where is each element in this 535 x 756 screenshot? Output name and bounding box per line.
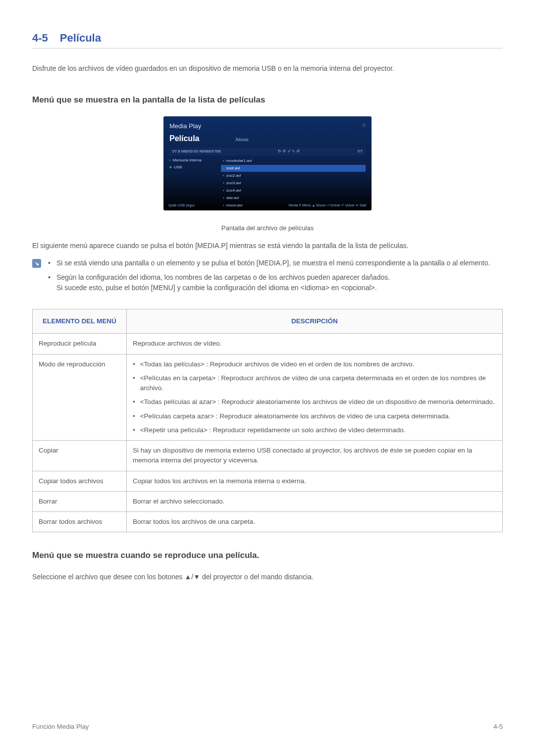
table-header-desc: DESCRIPCIÓN [127,309,503,334]
list-item: •<Películas carpeta azar> : Reproducir a… [133,411,496,421]
section-title: Película [60,30,101,46]
section-number: 4-5 [32,30,48,46]
note-item: •Según la configuración del idioma, los … [48,272,503,293]
table-cell-desc: Copiar todos los archivos en la memoria … [127,471,503,491]
screenshot-file-list: ▪moviestar1.avi ▪zoot.avi ▪zoo2.avi ▪zoo… [221,157,366,209]
bullet-icon: • [133,425,135,435]
table-cell-desc: Si hay un dispositivo de memoria externo… [127,441,503,471]
screenshot-file: ▪zoo3.avi [221,180,366,187]
table-cell-desc: Borrar el archivo seleccionado. [127,491,503,511]
menu-table: ELEMENTO DEL MENÚ DESCRIPCIÓN Reproducir… [32,309,503,532]
file-icon: ▪ [223,173,224,178]
screenshot-info-right: 7/7 [357,149,363,154]
screenshot-footer-left: Quite USB segur. [168,203,195,208]
file-icon: ▪ [223,166,224,170]
screenshot-footer: Quite USB segur. Media P Menú ▲ Mover ⏎ … [168,203,367,208]
screenshot-sidebar: ▪Memoria interna ●USB [169,157,214,209]
bullet-icon: • [133,359,135,369]
table-cell-desc: Borrar todos los archivos de una carpeta… [127,512,503,532]
table-cell-item: Copiar [33,441,127,471]
table-row: Modo de reproducción •<Todas las películ… [33,354,503,441]
table-cell-item: Modo de reproducción [33,354,127,441]
bullet-icon: • [133,373,135,394]
table-header-item: ELEMENTO DEL MENÚ [33,309,127,334]
screenshot-title-row: Película /Movie [169,133,366,145]
footer-right: 4-5 [493,722,503,732]
heading-play-menu: Menú que se muestra cuando se reproduce … [32,549,503,562]
usb-small-icon: ● [169,165,172,169]
note-icon: ↘ [32,259,41,268]
table-header-row: ELEMENTO DEL MENÚ DESCRIPCIÓN [33,309,503,334]
screenshot-file: ▪zoo4.avi [221,187,366,194]
screenshot-media-play: Media Play ⎍ Película /Movie 57.8 MB/00:… [163,116,372,210]
screenshot-footer-right: Media P Menú ▲ Mover ⏎ Entrar ↶ Volver ✕… [289,203,367,208]
table-cell-desc: •<Todas las películas> : Reproducir arch… [127,354,503,441]
list-item: •<Todas las películas> : Reproducir arch… [133,359,496,369]
table-cell-item: Copiar todos archivos [33,471,127,491]
file-icon: ▪ [223,196,224,200]
note-list: •Si se está viendo una pantalla o un ele… [48,258,503,297]
screenshot-source-usb: ●USB [169,164,214,170]
screenshot-file: ▪star.avi [221,195,366,202]
table-row: Borrar todos archivos Borrar todos los a… [33,512,503,532]
usb-icon: ⎍ [363,121,366,131]
paragraph-mediap: El siguiente menú aparece cuando se puls… [32,241,503,251]
sd-icon: ▪ [169,158,171,162]
bullet-icon: • [133,411,135,421]
table-row: Copiar todos archivos Copiar todos los a… [33,471,503,491]
screenshot-app-title: Media Play [169,121,201,131]
screenshot-file-selected: ▪zoot.avi [221,165,366,172]
screenshot-caption: Pantalla del archivo de películas [32,223,503,233]
table-cell-desc: Reproduce archivos de vídeo. [127,334,503,354]
screenshot-source-internal: ▪Memoria interna [169,157,214,163]
table-cell-item: Reproducir película [33,334,127,354]
note-item: •Si se está viendo una pantalla o un ele… [48,258,503,268]
screenshot-category: Película [169,134,199,143]
heading-list-menu: Menú que se muestra en la pantalla de la… [32,94,503,106]
list-item: •<Películas en la carpeta> : Reproducir … [133,373,496,394]
paragraph-select-file: Seleccione el archivo que desee con los … [32,572,503,582]
screenshot-info-bar: 57.8 MB/00:02:48/800X768 ↻ ↺ ⤢ ⤡ ↺ 7/7 [169,148,366,155]
screenshot-info-icons: ↻ ↺ ⤢ ⤡ ↺ [278,149,300,154]
bullet-icon: • [48,272,51,293]
table-row: Reproducir película Reproduce archivos d… [33,334,503,354]
file-icon: ▪ [223,181,224,185]
table-row: Copiar Si hay un dispositivo de memoria … [33,441,503,471]
screenshot-info-left: 57.8 MB/00:02:48/800X768 [172,149,220,154]
table-row: Borrar Borrar el archivo seleccionado. [33,491,503,511]
page-footer: Función Media Play 4-5 [32,722,503,732]
file-icon: ▪ [223,188,224,193]
desc-list: •<Todas las películas> : Reproducir arch… [133,359,496,436]
intro-paragraph: Disfrute de los archivos de vídeo guarda… [32,63,503,74]
footer-left: Función Media Play [32,722,89,732]
table-cell-item: Borrar [33,491,127,511]
list-item: •<Repetir una película> : Reproducir rep… [133,425,496,435]
screenshot-path: /Movie [235,137,249,142]
section-header: 4-5 Película [32,30,503,49]
file-icon: ▪ [223,158,224,163]
bullet-icon: • [48,258,51,268]
screenshot-body: ▪Memoria interna ●USB ▪moviestar1.avi ▪z… [169,157,366,209]
screenshot-file: ▪zoo2.avi [221,172,366,179]
list-item: •<Todas películas al azar> : Reproducir … [133,397,496,407]
note-block: ↘ •Si se está viendo una pantalla o un e… [32,258,503,297]
bullet-icon: • [133,397,135,407]
screenshot-file: ▪moviestar1.avi [221,157,366,164]
screenshot-container: Media Play ⎍ Película /Movie 57.8 MB/00:… [32,116,503,213]
screenshot-top-bar: Media Play ⎍ [169,121,366,131]
table-cell-item: Borrar todos archivos [33,512,127,532]
